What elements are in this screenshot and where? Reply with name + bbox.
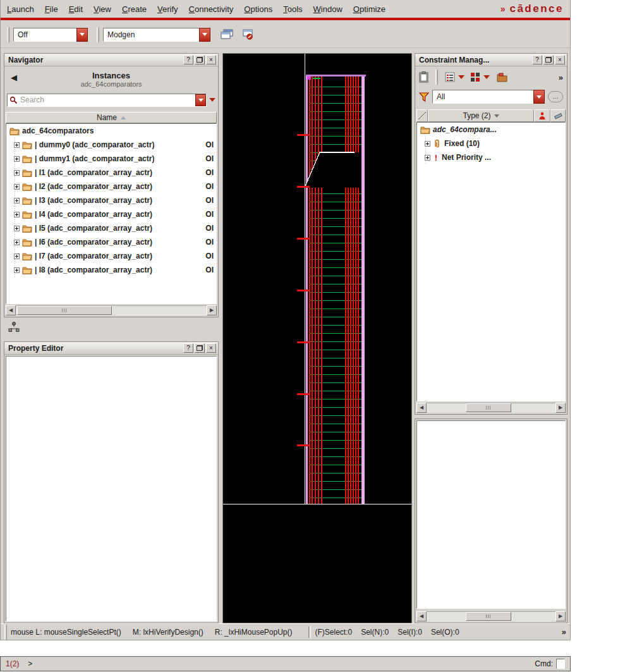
search-dropdown-button[interactable] <box>195 94 206 106</box>
instance-tree-row[interactable]: | I2 (adc_comparator_array_actr) OI <box>6 180 216 193</box>
instance-tree-row[interactable]: | dummy1 (adc_comparator_actr) OI <box>6 152 216 166</box>
statusbar-gripper[interactable] <box>4 625 7 640</box>
constraint-list-icon[interactable] <box>445 72 455 82</box>
instance-tree-row[interactable]: | dummy0 (adc_comparator_actr) OI <box>6 138 216 152</box>
filter-dropdown-button[interactable] <box>533 90 545 104</box>
modgen-disable-button[interactable] <box>238 27 256 43</box>
menu-item[interactable]: Create <box>122 4 147 14</box>
instance-tree-row[interactable]: | I7 (adc_comparator_array_actr) OI <box>6 249 216 263</box>
search-input[interactable] <box>18 95 195 104</box>
modgen-dropdown-button[interactable] <box>199 28 210 42</box>
cmd-input[interactable] <box>556 659 565 669</box>
menu-item[interactable]: Options <box>244 4 272 14</box>
collapse-left-icon[interactable]: ◀ <box>11 73 17 82</box>
type-column-header[interactable]: Type (2) <box>428 109 534 122</box>
expand-icon[interactable] <box>14 267 20 273</box>
toolbar-gripper[interactable] <box>7 27 9 42</box>
expand-icon[interactable] <box>14 142 20 148</box>
modgen-dropdown-value[interactable]: Modgen <box>103 28 199 42</box>
layout-canvas[interactable] <box>222 53 412 623</box>
menu-item[interactable]: Launch <box>7 4 34 14</box>
expand-icon[interactable] <box>425 141 430 147</box>
expand-icon[interactable] <box>14 184 20 190</box>
hierarchy-icon[interactable] <box>8 321 20 333</box>
float-button[interactable] <box>195 343 205 353</box>
scroll-track[interactable] <box>427 611 555 621</box>
constraint-hscrollbar[interactable]: ◀ ▶ <box>416 403 566 413</box>
menu-item[interactable]: Verify <box>157 4 178 14</box>
scroll-thumb[interactable] <box>466 612 511 621</box>
menu-item[interactable]: Tools <box>283 4 302 14</box>
constraint-grid-icon[interactable] <box>470 72 480 82</box>
navigator-hscrollbar[interactable]: ◀ ▶ <box>6 305 217 315</box>
menu-item[interactable]: File <box>45 4 58 14</box>
scroll-left-button[interactable]: ◀ <box>416 611 427 621</box>
expand-icon[interactable] <box>14 156 20 162</box>
scroll-track[interactable] <box>16 305 207 315</box>
instance-tree-row[interactable]: | I5 (adc_comparator_array_actr) OI <box>6 221 216 235</box>
menu-item[interactable]: Window <box>313 4 343 14</box>
expand-icon[interactable] <box>14 240 20 245</box>
clipboard-icon[interactable] <box>419 71 428 83</box>
filter-dropdown[interactable]: All <box>432 90 545 104</box>
instance-tree-row[interactable]: | I4 (adc_comparator_array_actr) OI <box>6 207 216 221</box>
expand-icon[interactable] <box>14 254 20 259</box>
dropdown-arrow-icon[interactable] <box>458 75 464 79</box>
instance-tree-row[interactable]: | I6 (adc_comparator_array_actr) OI <box>6 235 216 249</box>
scroll-right-button[interactable]: ▶ <box>555 403 566 413</box>
constraint-tree-row[interactable]: ! Net Priority ... <box>417 150 565 164</box>
menu-item[interactable]: Optimize <box>353 4 385 14</box>
navigator-titlebar[interactable]: Navigator ? × <box>4 54 218 66</box>
instance-tree-row[interactable]: | I8 (adc_comparator_array_actr) OI <box>6 263 216 277</box>
scroll-left-button[interactable]: ◀ <box>416 403 427 413</box>
scroll-track[interactable] <box>427 403 555 413</box>
scroll-left-button[interactable]: ◀ <box>6 305 16 315</box>
close-button[interactable]: × <box>206 343 216 353</box>
constraint-manager-titlebar[interactable]: Constraint Manag... ? × <box>415 54 567 66</box>
float-button[interactable] <box>195 55 205 64</box>
toolbar-gripper[interactable] <box>97 27 99 42</box>
help-button[interactable]: ? <box>183 55 193 64</box>
close-button[interactable]: × <box>206 55 216 64</box>
measure-column-header[interactable] <box>550 109 566 122</box>
toolbar-gripper[interactable] <box>435 70 438 85</box>
modgen-dropdown[interactable]: Modgen <box>103 28 210 42</box>
instance-column-header[interactable] <box>534 109 550 122</box>
menu-item[interactable]: Edit <box>69 4 83 14</box>
scroll-right-button[interactable]: ▶ <box>555 611 566 621</box>
filter-dropdown-value[interactable]: All <box>432 90 533 104</box>
tree-root-row[interactable]: adc_64comparators <box>6 124 216 138</box>
modgen-create-button[interactable] <box>218 27 236 43</box>
help-button[interactable]: ? <box>532 55 542 64</box>
scroll-thumb[interactable] <box>466 403 511 412</box>
instance-tree-row[interactable]: | I1 (adc_comparator_array_actr) OI <box>6 166 216 180</box>
menu-item[interactable]: View <box>94 4 111 14</box>
scroll-right-button[interactable]: ▶ <box>207 305 217 315</box>
constraint-group-icon[interactable] <box>497 73 507 82</box>
instance-tree-row[interactable]: | I3 (adc_comparator_array_actr) OI <box>6 193 216 207</box>
help-button[interactable]: ? <box>183 343 193 353</box>
statusbar-overflow-button[interactable]: » <box>562 627 566 637</box>
property-editor-titlebar[interactable]: Property Editor ? × <box>4 342 218 355</box>
mode-dropdown[interactable]: Off <box>13 28 88 42</box>
expand-icon[interactable] <box>14 198 20 204</box>
name-column-header[interactable]: Name <box>6 112 217 123</box>
mode-dropdown-value[interactable]: Off <box>13 28 76 42</box>
search-options-dropdown-icon[interactable] <box>209 98 215 102</box>
filter-more-button[interactable]: ... <box>548 91 563 102</box>
constraint-root-row[interactable]: adc_64compara... <box>417 123 565 137</box>
toolbar-overflow-button[interactable]: » <box>559 73 563 82</box>
detail-hscrollbar[interactable]: ◀ ▶ <box>416 611 566 621</box>
menu-item[interactable]: Connectivity <box>189 4 234 14</box>
expand-icon[interactable] <box>14 170 20 176</box>
close-button[interactable]: × <box>555 55 565 64</box>
scroll-thumb[interactable] <box>17 306 112 315</box>
mode-dropdown-button[interactable] <box>76 28 88 42</box>
constraint-toolbar: » <box>415 66 567 88</box>
constraint-tree-row[interactable]: Fixed (10) <box>417 137 565 150</box>
expand-icon[interactable] <box>14 212 20 217</box>
expand-icon[interactable] <box>425 155 430 161</box>
float-button[interactable] <box>543 55 554 64</box>
expand-icon[interactable] <box>14 226 20 231</box>
dropdown-arrow-icon[interactable] <box>483 75 490 79</box>
